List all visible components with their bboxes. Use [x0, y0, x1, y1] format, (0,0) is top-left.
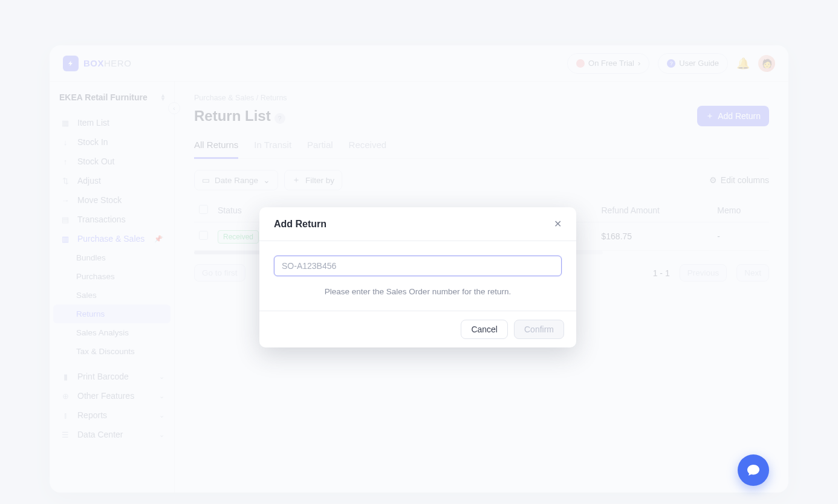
close-icon[interactable]: ✕ — [554, 218, 562, 230]
confirm-button[interactable]: Confirm — [514, 320, 564, 339]
modal-hint: Please enter the Sales Order number for … — [274, 287, 562, 296]
chat-fab[interactable] — [738, 454, 769, 486]
sales-order-input[interactable] — [274, 256, 562, 276]
cancel-button[interactable]: Cancel — [461, 320, 508, 339]
modal-title: Add Return — [274, 219, 326, 230]
add-return-modal: Add Return ✕ Please enter the Sales Orde… — [259, 207, 576, 347]
chat-icon — [746, 463, 761, 477]
